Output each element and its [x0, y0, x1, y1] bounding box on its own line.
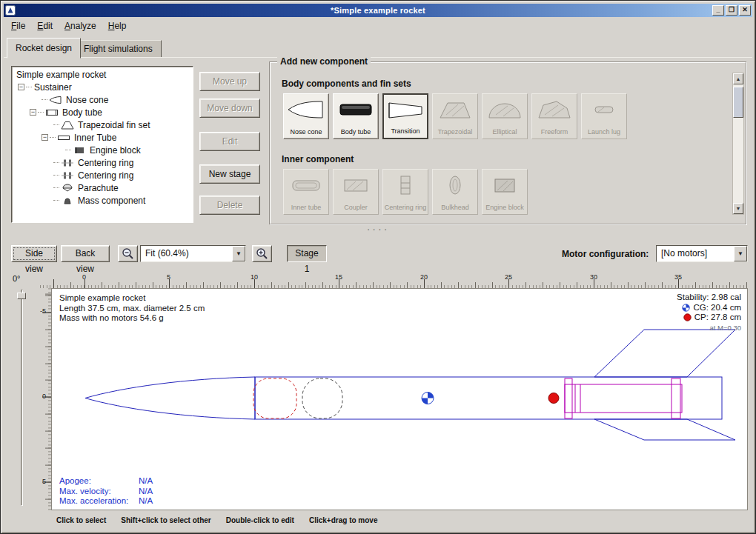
- collapse-icon[interactable]: −: [42, 134, 48, 141]
- button-label: Inner tube: [291, 204, 322, 211]
- collapse-icon[interactable]: −: [30, 109, 36, 116]
- rocket-canvas[interactable]: Simple example rocket Length 37.5 cm, ma…: [51, 288, 748, 510]
- rocket-dimensions: Length 37.5 cm, max. diameter 2.5 cm: [59, 304, 205, 314]
- max-velocity-value: N/A: [139, 487, 153, 495]
- mass-component-icon: [61, 196, 74, 205]
- tree-connector: [65, 150, 71, 150]
- window-title: *Simple example rocket: [4, 6, 752, 15]
- status-hints: Click to select Shift+click to select ot…: [56, 516, 377, 524]
- app-icon: [5, 5, 16, 16]
- button-label: Launch lug: [588, 129, 620, 136]
- delete-button[interactable]: Delete: [199, 196, 260, 215]
- titlebar[interactable]: *Simple example rocket _ ❐ ✕: [4, 4, 752, 17]
- add-body-tube-button[interactable]: Body tube: [333, 93, 379, 139]
- parachute-icon: [61, 184, 74, 193]
- button-label: Transition: [391, 128, 420, 135]
- ruler-tick-label: 0: [82, 273, 86, 281]
- tree-label: Nose cone: [64, 95, 110, 105]
- menu-analyze[interactable]: Analyze: [59, 19, 102, 33]
- move-up-button[interactable]: Move up: [199, 72, 260, 91]
- close-button[interactable]: ✕: [739, 5, 751, 16]
- tree-item-nose-cone[interactable]: Nose cone: [12, 93, 193, 106]
- tree-label: Inner Tube: [73, 133, 118, 143]
- stage-1-toggle[interactable]: Stage 1: [287, 245, 327, 262]
- add-transition-button[interactable]: Transition: [382, 93, 428, 139]
- cp-marker: [548, 393, 559, 404]
- ruler-tick-label: 15: [335, 273, 342, 281]
- collapse-icon[interactable]: −: [18, 84, 24, 90]
- elliptical-fin-icon: [485, 99, 524, 121]
- add-inner-tube-button[interactable]: Inner tube: [283, 169, 329, 215]
- add-launch-lug-button[interactable]: Launch lug: [581, 93, 627, 139]
- component-panel-scrollbar[interactable]: ▲ ▼: [732, 73, 744, 215]
- tree-item-centering-ring-1[interactable]: Centering ring: [12, 156, 193, 169]
- zoom-out-icon: [122, 247, 134, 260]
- tree-label: Mass component: [76, 196, 147, 206]
- tree-item-mass-component[interactable]: Mass component: [12, 194, 193, 207]
- max-velocity-label: Max. velocity:: [59, 487, 139, 497]
- cp-value: CP: 27.8 cm: [694, 313, 741, 323]
- zoom-out-button[interactable]: [118, 245, 138, 262]
- tree-label: Sustainer: [33, 82, 73, 93]
- bulkhead-icon: [436, 174, 474, 196]
- tab-flight-simulations[interactable]: Flight simulations: [75, 40, 162, 58]
- tree-item-stage[interactable]: − Sustainer: [12, 81, 193, 93]
- slider-thumb[interactable]: [17, 293, 26, 299]
- new-stage-button[interactable]: New stage: [199, 164, 260, 184]
- add-elliptical-fin-button[interactable]: Elliptical: [482, 93, 528, 139]
- add-nose-cone-button[interactable]: Nose cone: [283, 93, 329, 139]
- tab-bar: Rocket design Flight simulations: [4, 36, 752, 58]
- menu-edit[interactable]: Edit: [31, 19, 59, 33]
- add-centering-ring-button[interactable]: Centering ring: [382, 169, 428, 215]
- add-bulkhead-button[interactable]: Bulkhead: [432, 169, 478, 215]
- scroll-down-icon[interactable]: ▼: [733, 203, 743, 214]
- trapezoidal-fin-icon: [61, 121, 74, 130]
- maximize-button[interactable]: ❐: [726, 5, 737, 16]
- add-component-title: Add new component: [277, 56, 371, 67]
- tree-label: Centering ring: [76, 170, 135, 181]
- add-engine-block-button[interactable]: Engine block: [482, 169, 528, 215]
- add-trapezoidal-fin-button[interactable]: Trapezoidal: [432, 93, 478, 139]
- minimize-button[interactable]: _: [712, 5, 724, 16]
- tree-item-parachute[interactable]: Parachute: [12, 181, 193, 194]
- zoom-level-select[interactable]: Fit (60.4%) ▼: [140, 245, 246, 262]
- motor-configuration-select[interactable]: [No motors] ▼: [656, 245, 748, 262]
- add-component-panel: Add new component Body components and fi…: [269, 61, 746, 224]
- horizontal-ruler: 0 5 10 15 20 25 30 35: [38, 273, 748, 288]
- ruler-tick-label: 35: [674, 273, 682, 281]
- rotation-slider[interactable]: [17, 290, 26, 506]
- tree-item-body-tube[interactable]: − Body tube: [12, 106, 193, 119]
- tree-item-inner-tube[interactable]: − Inner Tube: [12, 131, 193, 144]
- tab-rocket-design[interactable]: Rocket design: [7, 38, 81, 59]
- vertical-ruler: -5 0 5: [38, 288, 51, 510]
- button-label: Nose cone: [290, 129, 322, 136]
- chevron-down-icon[interactable]: ▼: [232, 246, 245, 261]
- nose-cone-icon: [49, 96, 62, 104]
- centering-ring-icon: [61, 171, 74, 180]
- component-tree[interactable]: Simple example rocket − Sustainer Nose c…: [11, 66, 193, 223]
- scrollbar-thumb[interactable]: [733, 87, 743, 118]
- splitter-handle[interactable]: ····: [1, 225, 755, 233]
- tree-item-fin-set[interactable]: Trapezoidal fin set: [12, 119, 193, 131]
- inner-tube-icon: [57, 133, 70, 142]
- menu-file[interactable]: File: [5, 19, 31, 33]
- menu-help[interactable]: Help: [102, 19, 133, 33]
- tree-connector: [50, 137, 56, 138]
- tree-connector: [26, 87, 32, 87]
- scroll-up-icon[interactable]: ▲: [733, 73, 743, 84]
- apogee-value: N/A: [139, 476, 153, 485]
- move-down-button[interactable]: Move down: [199, 99, 260, 118]
- chevron-down-icon[interactable]: ▼: [734, 246, 747, 261]
- tree-item-centering-ring-2[interactable]: Centering ring: [12, 169, 193, 181]
- tree-item-engine-block[interactable]: Engine block: [12, 144, 193, 156]
- edit-button[interactable]: Edit: [199, 132, 260, 151]
- tree-label: Engine block: [88, 145, 142, 156]
- side-view-button[interactable]: Side view: [11, 245, 57, 262]
- hint-click-select: Click to select: [56, 516, 106, 524]
- engine-block-icon: [485, 174, 524, 196]
- add-freeform-fin-button[interactable]: Freeform: [531, 93, 577, 139]
- back-view-button[interactable]: Back view: [61, 245, 110, 262]
- zoom-in-button[interactable]: [252, 245, 272, 262]
- tree-item-rocket[interactable]: Simple example rocket: [12, 68, 193, 81]
- add-coupler-button[interactable]: Coupler: [333, 169, 379, 215]
